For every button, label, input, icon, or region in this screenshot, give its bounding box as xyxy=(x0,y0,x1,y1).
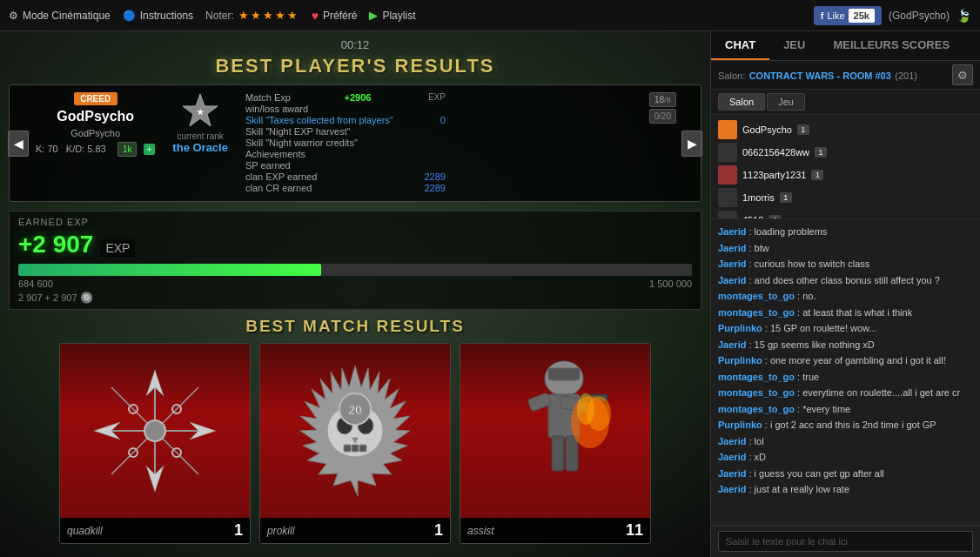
left-panel: 00:12 BEST PLAYER'S RESULTS ◀ CREED GodP… xyxy=(0,31,710,557)
username-0: GodPsycho xyxy=(742,124,792,135)
sender-11: montages_to_go xyxy=(718,404,795,414)
mode-cinematique[interactable]: ⚙ Mode Cinématique xyxy=(9,10,111,22)
avatar-3 xyxy=(718,188,737,207)
avatar-4 xyxy=(718,211,737,219)
exp-row-clan-exp: clan EXP earned 2289 xyxy=(245,171,446,182)
exp-bar-current: 684 600 xyxy=(18,278,53,289)
instructions-link[interactable]: 🔵 Instructions xyxy=(123,10,193,22)
player-stats: K: 70 K/D: 5.83 1k + xyxy=(36,144,155,154)
card-count-quadkill: 1 xyxy=(234,521,243,540)
exp-row-night-harvest: Skill "Night EXP harvest" xyxy=(245,126,446,137)
msg-14: Jaerid : xD xyxy=(718,450,973,465)
card-img-assist xyxy=(460,344,650,518)
msg-9: montages_to_go : true xyxy=(718,370,973,385)
topbar-right: f Like 25k (GodPsycho) 🍃 xyxy=(814,6,971,25)
card-bottom-quadkill: quadkill 1 xyxy=(60,518,250,543)
playlist-btn[interactable]: ▶ Playlist xyxy=(369,9,415,22)
sender-13: Jaerid xyxy=(718,436,746,446)
best-player-header: BEST PLAYER'S RESULTS xyxy=(9,55,701,77)
user-row-0: GodPsycho 1 xyxy=(716,118,975,141)
right-exp-badge: 18/8 0/20 xyxy=(649,92,676,124)
fb-count: 25k xyxy=(849,9,875,23)
sender-8: Purplinko xyxy=(718,355,762,366)
sender-6: Purplinko xyxy=(718,323,762,333)
match-card-prokill: 20 prokill 1 xyxy=(259,343,451,544)
card-count-prokill: 1 xyxy=(434,521,443,540)
svg-rect-30 xyxy=(552,436,564,471)
user-row-2: 1123party1231 1 xyxy=(716,164,975,186)
rank-badge: ★ current rank the Oracle xyxy=(172,92,228,154)
text-3: : and does other class bonus still affec… xyxy=(748,275,939,285)
add-kills-plus-btn[interactable]: + xyxy=(144,144,156,155)
preferred-btn[interactable]: ♥ Préféré xyxy=(312,9,358,23)
user-row-3: 1morris 1 xyxy=(716,186,975,209)
exp-bar-labels: 684 600 1 500 000 xyxy=(18,278,692,289)
exp-bar-section: EARNED EXP +2 907 EXP 684 600 1 500 000 … xyxy=(9,211,701,310)
room-prefix: Salon: xyxy=(718,70,745,81)
room-count: (201) xyxy=(895,70,917,81)
tab-meilleurs-scores[interactable]: MEILLEURS SCORES xyxy=(819,31,963,60)
msg-1: Jaerid : btw xyxy=(718,241,973,256)
next-arrow[interactable]: ▶ xyxy=(681,131,702,157)
msg-3: Jaerid : and does other class bonus stil… xyxy=(718,273,973,288)
card-img-prokill: 20 xyxy=(260,344,450,518)
chat-room-bar: Salon: CONTRACT WARS - ROOM #03 (201) ⚙ xyxy=(711,61,980,90)
prev-arrow[interactable]: ◀ xyxy=(8,131,29,157)
tab-jeu[interactable]: JEU xyxy=(769,31,819,60)
jeu-tab[interactable]: Jeu xyxy=(767,93,805,111)
match-card-quadkill: quadkill 1 xyxy=(59,343,251,544)
tab-chat[interactable]: CHAT xyxy=(711,31,769,60)
username-3: 1morris xyxy=(742,192,775,203)
text-4: : no. xyxy=(797,291,816,301)
exp-row-taxes: Skill "Taxes collected from players" 0 xyxy=(245,115,446,125)
msg-7: Jaerid : 15 gp seems like nothing xD xyxy=(718,338,973,352)
badge-0: 1 xyxy=(797,124,809,135)
stars-rating[interactable]: ★★★★★ xyxy=(238,9,299,22)
text-0: : loading problems xyxy=(748,226,827,237)
exp-unit: EXP xyxy=(100,239,135,257)
rank-name: the Oracle xyxy=(172,141,228,154)
text-6: : 15 GP on roulette! wow... xyxy=(765,323,877,333)
exp-row-winloss: win/loss award xyxy=(245,104,446,114)
sender-1: Jaerid xyxy=(718,243,746,253)
mode-icon: ⚙ xyxy=(9,10,18,22)
assist-soldier-svg xyxy=(460,344,650,518)
best-match-header: BEST MATCH RESULTS xyxy=(9,317,701,336)
chat-input[interactable] xyxy=(718,531,973,552)
exp-row-night-warrior: Skill "Night warrior credits" xyxy=(245,138,446,148)
svg-text:★: ★ xyxy=(197,108,205,117)
salon-tab[interactable]: Salon xyxy=(718,93,765,111)
add-kills-btn[interactable]: 1k xyxy=(117,142,138,157)
salon-jeu-tabs: Salon Jeu xyxy=(711,90,980,115)
msg-15: Jaerid : i guess you can get gp after al… xyxy=(718,466,973,481)
sender-14: Jaerid xyxy=(718,452,746,462)
avatar-2 xyxy=(718,165,737,185)
sender-2: Jaerid xyxy=(718,258,746,269)
info-icon: 🔵 xyxy=(123,10,136,22)
silver-icon: 🔘 xyxy=(80,292,93,304)
sender-4: montages_to_go xyxy=(718,291,795,301)
facebook-like-btn[interactable]: f Like 25k xyxy=(814,6,882,25)
text-14: : xD xyxy=(748,452,766,462)
exp-big-value: +2 907 xyxy=(18,231,93,258)
username-2: 1123party1231 xyxy=(742,170,806,180)
sender-7: Jaerid xyxy=(718,339,746,350)
player-card: ◀ CREED GodPsycho GodPsycho K: 70 K/D: 5… xyxy=(9,84,701,202)
text-9: : true xyxy=(797,372,819,382)
svg-point-34 xyxy=(577,393,594,425)
rank-icon: ★ xyxy=(182,92,218,129)
sender-9: montages_to_go xyxy=(718,372,795,382)
svg-rect-20 xyxy=(352,445,359,452)
badge-1: 1 xyxy=(815,147,827,158)
user-row-1: 0662156428ww 1 xyxy=(716,141,975,164)
room-name: CONTRACT WARS - ROOM #03 xyxy=(749,70,891,81)
exp-details: Match Exp +2906 EXP win/loss award Skill… xyxy=(245,92,446,194)
msg-2: Jaerid : curious how to switch class xyxy=(718,257,973,272)
main-layout: 00:12 BEST PLAYER'S RESULTS ◀ CREED GodP… xyxy=(0,31,980,557)
username-1: 0662156428ww xyxy=(742,147,809,158)
msg-11: montages_to_go : *every time xyxy=(718,402,973,417)
card-count-assist: 11 xyxy=(626,521,643,540)
card-bottom-prokill: prokill 1 xyxy=(260,518,450,543)
badge-2: 1 xyxy=(811,170,823,180)
gear-btn[interactable]: ⚙ xyxy=(952,64,973,85)
